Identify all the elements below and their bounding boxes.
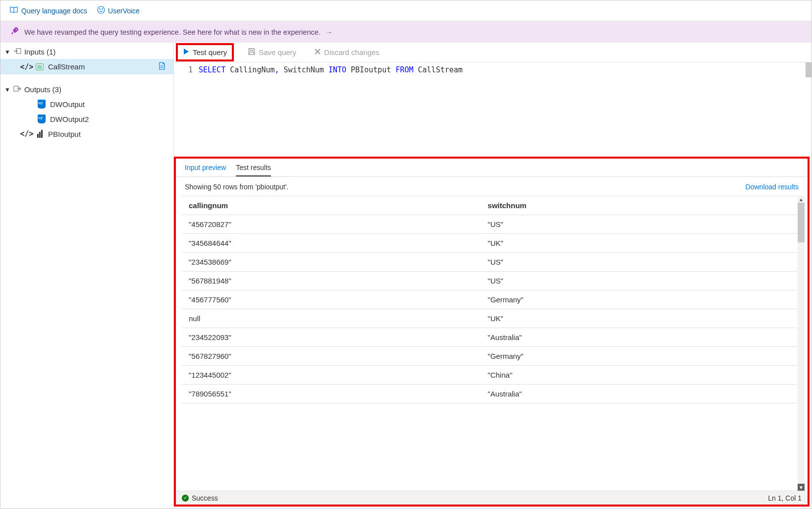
info-banner: We have revamped the query testing exper…	[0, 21, 812, 43]
play-icon	[183, 48, 190, 57]
results-table-wrap: callingnum switchnum "456720827""US""345…	[182, 196, 805, 491]
editor-text[interactable]: SELECT CallingNum, SwitchNum INTO PBIout…	[199, 62, 812, 157]
input-item-callstream[interactable]: </> ≋ CallStream	[0, 59, 173, 74]
kw-from: FROM	[395, 65, 413, 74]
table-row[interactable]: "123445002""China"	[182, 366, 805, 385]
save-query-label: Save query	[259, 48, 296, 57]
table-row[interactable]: "345684644""UK"	[182, 234, 805, 253]
results-meta: Showing 50 rows from 'pbioutput'. Downlo…	[176, 177, 808, 194]
cell-switchnum: "China"	[481, 366, 805, 385]
tok-comma: ,	[275, 65, 279, 74]
svg-point-0	[98, 6, 105, 13]
code-brackets-icon: </>	[22, 62, 31, 71]
table-row[interactable]: "456777560""Germany"	[182, 290, 805, 309]
output-item-label: DWOutput2	[50, 115, 89, 123]
rocket-icon	[10, 26, 19, 38]
table-row[interactable]: "456720827""US"	[182, 215, 805, 234]
cell-callingnum: "789056551"	[182, 385, 481, 403]
table-row[interactable]: null"UK"	[182, 309, 805, 328]
output-icon	[13, 85, 21, 94]
caret-down-icon: ▼	[4, 49, 10, 56]
output-item-pbioutput[interactable]: </> PBIoutput	[0, 126, 173, 141]
test-query-button[interactable]: Test query	[179, 46, 231, 58]
table-scrollbar[interactable]: ▲ ▼	[798, 196, 805, 491]
sql-db-icon	[37, 114, 46, 123]
tab-test-results[interactable]: Test results	[236, 164, 271, 176]
cell-switchnum: "Germany"	[481, 347, 805, 366]
caret-down-icon: ▼	[4, 86, 10, 93]
stream-icon: ≋	[35, 63, 44, 70]
sql-db-icon	[37, 100, 46, 109]
success-icon: ✓	[182, 495, 189, 502]
discard-changes-button[interactable]: Discard changes	[310, 46, 383, 58]
cursor-position: Ln 1, Col 1	[768, 494, 802, 502]
input-item-label: CallStream	[48, 62, 85, 71]
editor-scrollbar[interactable]	[806, 62, 812, 77]
tok-cols2: SwitchNum	[279, 65, 328, 74]
table-row[interactable]: "567827960""Germany"	[182, 347, 805, 366]
scroll-up-icon[interactable]: ▲	[798, 196, 805, 203]
top-links-bar: Query language docs UserVoice	[0, 0, 812, 21]
tok-out: PBIoutput	[346, 65, 395, 74]
col-switchnum[interactable]: switchnum	[481, 196, 805, 215]
status-text: Success	[192, 494, 218, 502]
inputs-header[interactable]: ▼ Inputs (1)	[0, 45, 173, 59]
results-table: callingnum switchnum "456720827""US""345…	[182, 196, 805, 403]
cell-switchnum: "US"	[481, 215, 805, 234]
cell-switchnum: "UK"	[481, 234, 805, 253]
table-header-row: callingnum switchnum	[182, 196, 805, 215]
result-tabs: Input preview Test results	[176, 159, 808, 177]
banner-text: We have revamped the query testing exper…	[24, 28, 321, 36]
cell-switchnum: "US"	[481, 253, 805, 272]
cell-switchnum: "US"	[481, 272, 805, 290]
tab-input-preview[interactable]: Input preview	[185, 164, 226, 176]
save-icon	[248, 48, 256, 57]
save-query-button[interactable]: Save query	[244, 46, 300, 59]
output-item-dwoutput[interactable]: DWOutput	[0, 97, 173, 112]
cell-callingnum: "345684644"	[182, 234, 481, 253]
output-item-dwoutput2[interactable]: DWOutput2	[0, 112, 173, 126]
cell-callingnum: "567827960"	[182, 347, 481, 366]
download-results-link[interactable]: Download results	[746, 183, 799, 191]
query-language-docs-link[interactable]: Query language docs	[9, 6, 87, 15]
query-language-docs-label: Query language docs	[21, 7, 87, 15]
outputs-header[interactable]: ▼ Outputs (3)	[0, 82, 173, 97]
smile-icon	[97, 6, 105, 15]
table-row[interactable]: "567881948""US"	[182, 272, 805, 290]
cell-callingnum: "234522093"	[182, 328, 481, 347]
cell-callingnum: null	[182, 309, 481, 328]
document-icon[interactable]	[159, 62, 165, 71]
tok-cols: CallingNum	[225, 65, 274, 74]
highlight-test-query: Test query	[176, 43, 234, 61]
discard-label: Discard changes	[324, 48, 379, 57]
line-gutter: 1	[174, 62, 199, 157]
results-panel: Input preview Test results Showing 50 ro…	[174, 157, 810, 507]
scroll-thumb[interactable]	[798, 203, 805, 242]
table-row[interactable]: "234538669""US"	[182, 253, 805, 272]
cell-switchnum: "Australia"	[481, 385, 805, 403]
cell-callingnum: "123445002"	[182, 366, 481, 385]
cell-callingnum: "234538669"	[182, 253, 481, 272]
uservoice-link[interactable]: UserVoice	[97, 6, 140, 15]
output-item-label: DWOutput	[50, 100, 85, 109]
table-row[interactable]: "789056551""Australia"	[182, 385, 805, 403]
scroll-down-icon[interactable]: ▼	[798, 484, 805, 491]
col-callingnum[interactable]: callingnum	[182, 196, 481, 215]
svg-point-2	[102, 8, 103, 9]
output-item-label: PBIoutput	[48, 130, 81, 138]
kw-select: SELECT	[199, 65, 225, 74]
content-area: Test query Save query Discard changes 1 …	[174, 43, 812, 509]
outputs-header-label: Outputs (3)	[24, 85, 61, 94]
cell-callingnum: "456720827"	[182, 215, 481, 234]
banner-arrow-link[interactable]: →	[325, 28, 333, 36]
query-editor[interactable]: 1 SELECT CallingNum, SwitchNum INTO PBIo…	[174, 62, 812, 157]
line-number: 1	[188, 65, 193, 74]
input-icon	[13, 48, 21, 56]
uservoice-label: UserVoice	[108, 7, 140, 15]
cell-switchnum: "UK"	[481, 309, 805, 328]
results-summary: Showing 50 rows from 'pbioutput'.	[185, 183, 288, 191]
table-row[interactable]: "234522093""Australia"	[182, 328, 805, 347]
kw-into: INTO	[328, 65, 346, 74]
test-query-label: Test query	[193, 48, 227, 57]
status-left: ✓ Success	[182, 494, 218, 502]
